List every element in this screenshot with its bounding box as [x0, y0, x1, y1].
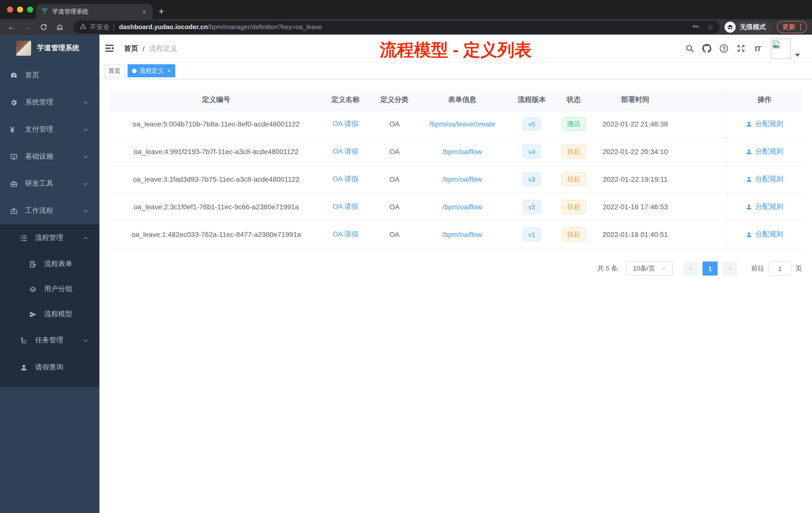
sidebar-item-label: 任务管理	[35, 336, 63, 345]
back-button[interactable]: ←	[5, 20, 18, 33]
fullscreen-icon[interactable]	[736, 43, 746, 54]
sidebar-item-label: 支付管理	[25, 125, 53, 134]
tag-home[interactable]: 首页	[104, 64, 125, 77]
address-bar[interactable]: 不安全 dashboard.yudao.iocoder.cn/bpm/manag…	[73, 20, 720, 33]
help-icon[interactable]	[719, 43, 729, 54]
assign-rule-link[interactable]: 分配规则	[746, 175, 783, 184]
chevron-down-icon	[83, 100, 88, 105]
window-zoom-button[interactable]	[27, 6, 33, 12]
sidebar-item-leave-query[interactable]: 请假查询	[0, 354, 99, 381]
sidebar-item-process-model[interactable]: 流程模型	[0, 302, 99, 327]
sidebar-item-process-mgmt[interactable]: 流程管理	[0, 224, 99, 251]
chevron-down-icon	[83, 338, 88, 343]
cell-definition-name-link[interactable]: OA 请假	[323, 221, 368, 248]
sidebar-item-system[interactable]: 系统管理	[0, 89, 99, 116]
cell-definition-id: oa_leave:3:1fad3d93-7b75-11ec-a3c8-acde4…	[110, 165, 323, 193]
column-header-status: 状态	[560, 89, 587, 110]
window-minimize-button[interactable]	[17, 6, 23, 12]
cell-definition-name-link[interactable]: OA 请假	[323, 165, 368, 193]
assign-rule-link[interactable]: 分配规则	[746, 230, 783, 239]
page-unit-label: 页	[795, 264, 802, 273]
insecure-warning-icon	[79, 23, 87, 31]
screenshot-root: 芋道管理系统 × + ← → 不安全 dashboard.yudao.iocod…	[0, 0, 812, 513]
assign-rule-link[interactable]: 分配规则	[746, 119, 783, 128]
breadcrumb-home[interactable]: 首页	[124, 44, 138, 53]
page-size-select[interactable]: 10条/页	[626, 262, 673, 276]
browser-update-button[interactable]: 更新	[777, 21, 807, 33]
prev-page-button[interactable]	[683, 262, 698, 276]
cell-definition-id: oa_leave:1:482ec033-762a-11ec-8477-a2380…	[110, 221, 323, 248]
sidebar-item-label: 流程表单	[44, 260, 72, 269]
incognito-icon	[725, 21, 736, 32]
sidebar-item-user-group[interactable]: 用户分组	[0, 277, 99, 302]
cell-form-link[interactable]: /bpm/oa/flow	[421, 221, 504, 248]
sidebar-item-devtools[interactable]: 研发工具	[0, 170, 99, 197]
assign-rule-link[interactable]: 分配规则	[746, 202, 783, 211]
breadcrumb-separator: /	[143, 44, 145, 53]
reload-button[interactable]	[37, 20, 50, 33]
table-row: oa_leave:1:482ec033-762a-11ec-8477-a2380…	[110, 221, 802, 248]
sidebar-item-label: 请假查询	[35, 363, 63, 372]
broken-image-icon	[772, 40, 780, 51]
cell-definition-name-link[interactable]: OA 请假	[323, 138, 368, 165]
browser-menu-icon[interactable]	[800, 24, 802, 30]
sidebar-item-payment[interactable]: ¥ 支付管理	[0, 116, 99, 143]
assign-rule-link[interactable]: 分配规则	[746, 147, 783, 156]
cell-deploy-time: 2022-01-22 19:19:11	[587, 165, 683, 193]
paper-plane-icon	[29, 310, 37, 318]
sidebar-toggle-icon[interactable]	[105, 43, 116, 54]
tab-close-icon[interactable]: ×	[141, 7, 148, 16]
breadcrumb-current: 流程定义	[149, 44, 177, 53]
url-path: /bpm/manager/definition?key=oa_leave	[208, 23, 322, 31]
goto-page-input[interactable]	[768, 262, 791, 276]
app-navbar: 首页 / 流程定义 流程模型 - 定义列表	[99, 35, 812, 63]
home-button[interactable]	[53, 20, 66, 33]
font-size-icon[interactable]: tT	[753, 43, 763, 54]
user-icon	[20, 364, 28, 371]
cell-definition-id: oa_leave:4:991f2193-7b7f-11ec-a3c8-acde4…	[110, 138, 323, 165]
tag-process-definition[interactable]: 流程定义 ×	[127, 64, 175, 77]
cell-deploy-time: 2022-01-22 21:48:38	[587, 111, 683, 138]
forward-button[interactable]: →	[21, 20, 34, 33]
cell-definition-name-link[interactable]: OA 请假	[323, 193, 368, 220]
chevron-down-icon	[661, 266, 666, 271]
column-header-action: 操作	[727, 89, 802, 110]
next-page-button[interactable]	[722, 262, 737, 276]
github-icon[interactable]	[701, 43, 712, 54]
sidebar: 芋道管理系统 首页 系统管理 ¥ 支付管理	[0, 35, 99, 513]
sidebar-item-process-form[interactable]: 流程表单	[0, 251, 99, 277]
sidebar-item-workflow[interactable]: 工作流程	[0, 197, 99, 224]
status-badge: 激活	[562, 117, 586, 131]
status-badge: 挂起	[562, 172, 586, 186]
sidebar-item-home[interactable]: 首页	[0, 62, 99, 89]
cell-form-link[interactable]: /bpm/oa/flow	[421, 165, 504, 193]
browser-tab[interactable]: 芋道管理系统 ×	[36, 4, 153, 19]
window-controls[interactable]	[7, 6, 33, 12]
new-tab-button[interactable]: +	[159, 6, 164, 17]
cell-form-link[interactable]: /bpm/oa/leave/create	[421, 111, 504, 138]
version-badge: v3	[523, 172, 541, 186]
cell-form-link[interactable]: /bpm/oa/flow	[421, 138, 504, 165]
sidebar-logo[interactable]: 芋道管理系统	[0, 35, 99, 62]
search-icon[interactable]	[685, 43, 695, 54]
sidebar-item-task-mgmt[interactable]: 任务管理	[0, 327, 99, 354]
bookmark-star-icon[interactable]: ☆	[707, 22, 714, 31]
version-badge: v5	[523, 117, 541, 131]
sidebar-item-infra[interactable]: 基础设施	[0, 143, 99, 170]
password-key-icon[interactable]	[691, 22, 700, 31]
pagination: 共 5 条 10条/页 1 前往 页	[110, 262, 802, 276]
cell-form-link[interactable]: /bpm/oa/flow	[421, 193, 504, 220]
url-text[interactable]: dashboard.yudao.iocoder.cn/bpm/manager/d…	[119, 23, 322, 31]
avatar-dropdown-caret-icon[interactable]	[795, 54, 800, 57]
omnibox-divider	[114, 23, 114, 30]
chevron-down-icon	[83, 181, 88, 186]
assign-rule-label: 分配规则	[755, 230, 783, 239]
avatar[interactable]	[771, 38, 791, 58]
security-label[interactable]: 不安全	[90, 22, 110, 31]
tag-close-icon[interactable]: ×	[167, 67, 171, 74]
cell-definition-name-link[interactable]: OA 请假	[323, 111, 368, 138]
tags-view-bar: 首页 流程定义 ×	[99, 63, 812, 79]
current-page-button[interactable]: 1	[702, 262, 718, 276]
cell-category: OA	[368, 111, 421, 138]
window-close-button[interactable]	[7, 6, 13, 12]
